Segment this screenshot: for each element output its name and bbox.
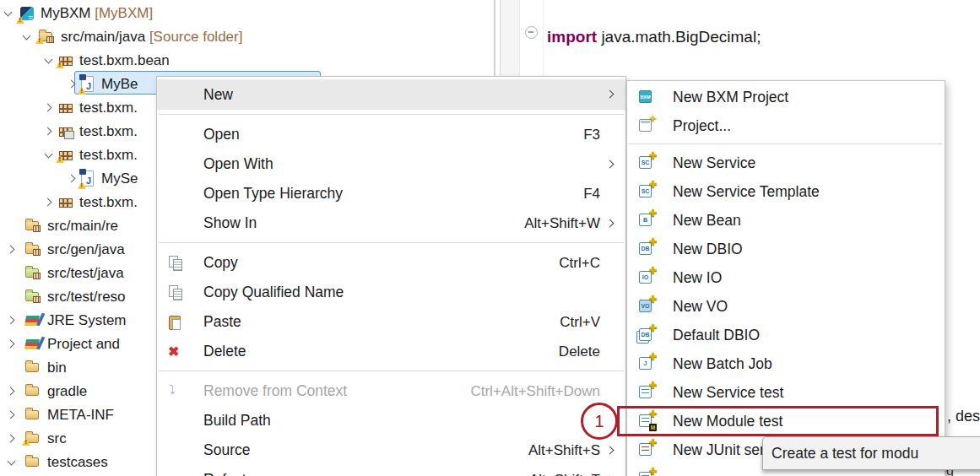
- java-class-icon: [81, 170, 94, 187]
- tree-item-label: testcases: [47, 454, 108, 470]
- menu-item-label: Copy: [203, 254, 238, 272]
- bxm-project-icon: [20, 7, 34, 20]
- tree-item-label: src/test/java: [47, 265, 124, 281]
- submenu-item-label: New VO: [673, 298, 728, 316]
- new-project-icon: ✦: [639, 118, 654, 133]
- tree-item-label: test.bxm.: [79, 147, 138, 163]
- menu-item-remove-from-context: Remove from Context Ctrl+Alt+Shift+Down: [157, 376, 625, 406]
- tree-item-label: gradle: [47, 383, 87, 399]
- submenu-item-project[interactable]: ✦ Project...: [627, 111, 945, 140]
- menu-item-open-type-hierarchy[interactable]: Open Type Hierarchy F4: [157, 179, 625, 208]
- tree-item-decoration: [Source folder]: [149, 29, 243, 45]
- tooltip-text: Create a test for modu: [772, 445, 918, 462]
- tree-item-label: MyBXM: [41, 5, 91, 21]
- menu-item-new[interactable]: New: [157, 79, 625, 110]
- tree-item-package[interactable]: test.bxm.bean: [0, 49, 496, 73]
- submenu-item-new-bean[interactable]: B✚ New Bean: [627, 206, 945, 235]
- menu-item-label: Refactor: [203, 471, 259, 476]
- tree-item-label: bin: [47, 360, 67, 376]
- chevron-right-icon[interactable]: [68, 174, 78, 184]
- chevron-down-icon[interactable]: [3, 8, 14, 19]
- chevron-right-icon[interactable]: [7, 387, 17, 397]
- menu-item-refactor[interactable]: Refactor Alt+Shift+T: [157, 465, 625, 476]
- annotation-step-circle: 1: [581, 403, 618, 440]
- submenu-item-new-io[interactable]: IO✚ New IO: [627, 263, 945, 292]
- submenu-item-new-vo[interactable]: VO✚ New VO: [627, 292, 945, 321]
- submenu-item-default-dbio[interactable]: DB✚ Default DBIO: [627, 321, 945, 349]
- new-bean-icon: B✚: [639, 213, 654, 228]
- source-folder-icon: [25, 221, 39, 230]
- submenu-item-new-service-test[interactable]: ✚ New Service test: [627, 378, 945, 407]
- java-keyword: import: [547, 28, 597, 46]
- menu-item-copy[interactable]: Copy Ctrl+C: [157, 248, 625, 278]
- submenu-item-label: New Service: [673, 154, 755, 172]
- warning-overlay-icon: [16, 16, 24, 24]
- menu-item-label: Source: [203, 441, 250, 459]
- source-folder-icon: [39, 32, 52, 41]
- chevron-right-icon[interactable]: [7, 410, 17, 420]
- menu-item-source[interactable]: Source Alt+Shift+S: [157, 435, 625, 465]
- tree-item-label: test.bxm.: [79, 123, 138, 139]
- source-folder-icon: [25, 245, 39, 254]
- test-source-folder-icon: [25, 268, 39, 278]
- chevron-right-icon[interactable]: [68, 79, 78, 89]
- chevron-right-icon[interactable]: [7, 316, 17, 326]
- chevron-down-icon[interactable]: [7, 457, 17, 468]
- library-icon: [24, 316, 40, 326]
- new-service-test-icon: ✚: [639, 385, 654, 400]
- menu-shortcut: Ctrl+C: [559, 255, 600, 272]
- menu-separator: [159, 114, 624, 115]
- submenu-item-new-service[interactable]: SC✚ New Service: [627, 149, 945, 177]
- chevron-down-icon[interactable]: [22, 32, 32, 42]
- annotation-step-number: 1: [594, 412, 604, 431]
- submenu-item-label: Project...: [673, 117, 731, 135]
- tree-item-label: Project and: [47, 336, 120, 352]
- tooltip: Create a test for modu: [762, 436, 980, 470]
- copy-icon: [167, 256, 189, 271]
- chevron-down-icon[interactable]: [44, 56, 54, 66]
- menu-item-open[interactable]: Open F3: [157, 120, 625, 149]
- menu-shortcut: F4: [583, 186, 600, 203]
- submenu-item-new-batch-job[interactable]: J✚ New Batch Job: [627, 349, 945, 378]
- code-fold-collapse-icon[interactable]: [525, 26, 538, 39]
- import-statement-text: java.math.BigDecimal;: [597, 28, 761, 46]
- chevron-down-icon[interactable]: [44, 150, 54, 160]
- chevron-right-icon[interactable]: [7, 245, 17, 255]
- menu-item-open-with[interactable]: Open With: [157, 149, 625, 179]
- delete-icon: [167, 344, 189, 360]
- tree-item-label: src/test/reso: [47, 289, 126, 305]
- new-batch-job-icon: J✚: [639, 356, 654, 371]
- context-menu: New Open F3 Open With Open Type Hierarch…: [156, 76, 626, 476]
- submenu-item-new-dbio[interactable]: DB✚ New DBIO: [627, 235, 945, 263]
- menu-shortcut: Ctrl+V: [560, 314, 600, 331]
- tree-item-label: src/gen/java: [47, 241, 125, 257]
- tree-item-label: src/main/java: [61, 29, 145, 45]
- warning-overlay-icon: [78, 87, 86, 95]
- submenu-item-new-service-template[interactable]: SC✚ New Service Template: [627, 177, 945, 206]
- menu-item-paste[interactable]: Paste Ctrl+V: [157, 307, 625, 337]
- tree-item-decoration: [MyBXM]: [95, 5, 153, 21]
- new-io-icon: IO✚: [639, 270, 654, 285]
- java-package-icon: [59, 104, 73, 113]
- tree-item-project[interactable]: MyBXM [MyBXM]: [0, 2, 496, 25]
- submenu-item-new-bxm-project[interactable]: BXM New BXM Project: [627, 83, 945, 111]
- chevron-right-icon[interactable]: [7, 434, 17, 444]
- menu-shortcut: Ctrl+Alt+Shift+Down: [470, 383, 600, 400]
- chevron-right-icon[interactable]: [44, 103, 54, 113]
- menu-item-delete[interactable]: Delete Delete: [157, 337, 625, 366]
- new-vo-icon: VO✚: [639, 299, 654, 314]
- new-service-template-icon: SC✚: [639, 184, 654, 199]
- annotation-highlight-box: [617, 406, 939, 436]
- chevron-right-icon[interactable]: [44, 197, 54, 208]
- menu-item-show-in[interactable]: Show In Alt+Shift+W: [157, 208, 625, 238]
- tree-item-label: META-INF: [47, 407, 114, 423]
- chevron-right-icon[interactable]: [7, 339, 17, 349]
- menu-item-label: Show In: [203, 214, 257, 232]
- tree-item-source-folder[interactable]: src/main/java [Source folder]: [0, 25, 496, 49]
- paste-icon: [167, 315, 189, 330]
- chevron-right-icon[interactable]: [44, 127, 54, 137]
- menu-item-copy-qualified-name[interactable]: Copy Qualified Name: [157, 278, 625, 307]
- submenu-item-label: New Service Template: [673, 183, 820, 201]
- menu-item-build-path[interactable]: Build Path: [157, 406, 625, 435]
- java-package-icon: [59, 151, 73, 160]
